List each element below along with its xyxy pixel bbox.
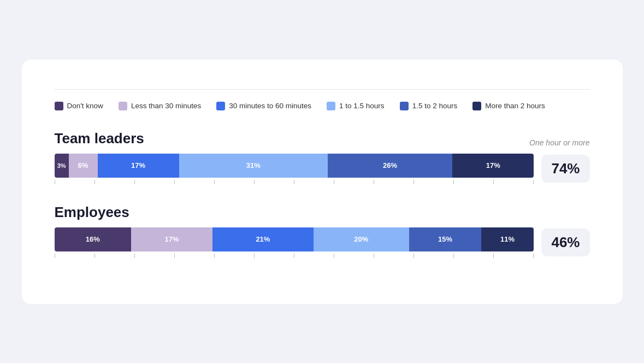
tick-employees-8 xyxy=(374,254,413,258)
legend-item-more-2: More than 2 hours xyxy=(472,102,545,110)
bar-row-team-leaders: 3%6%17%31%26%17%74% xyxy=(55,154,590,184)
title-divider xyxy=(55,89,590,90)
legend-swatch-more-2 xyxy=(472,102,481,110)
tick-employees-3 xyxy=(174,254,214,258)
legend-swatch-dont-know xyxy=(55,102,63,110)
legend-label-dont-know: Don't know xyxy=(67,102,103,110)
bar-container-employees: 16%17%21%20%15%11% xyxy=(55,227,534,258)
bar-segment-employees-3: 20% xyxy=(314,227,410,251)
tick-team-leaders-3 xyxy=(174,180,214,184)
bar-segment-employees-0: 16% xyxy=(55,227,131,251)
bar-container-team-leaders: 3%6%17%31%26%17% xyxy=(55,154,534,184)
tick-employees-0 xyxy=(55,254,94,258)
legend-label-1.5-2: 1.5 to 2 hours xyxy=(412,102,458,110)
tick-team-leaders-2 xyxy=(134,180,174,184)
legend-label-1-1.5: 1 to 1.5 hours xyxy=(339,102,385,110)
summary-badge-employees: 46% xyxy=(541,229,589,256)
main-card: Don't know Less than 30 minutes 30 minut… xyxy=(22,60,623,304)
tick-team-leaders-4 xyxy=(214,180,254,184)
section-title-employees: Employees xyxy=(55,204,129,221)
legend-swatch-30-60 xyxy=(216,102,225,110)
bar-segment-employees-1: 17% xyxy=(131,227,212,251)
tick-team-leaders-8 xyxy=(374,180,413,184)
legend: Don't know Less than 30 minutes 30 minut… xyxy=(55,102,590,110)
tick-employees-1 xyxy=(94,254,134,258)
tick-employees-11 xyxy=(493,254,534,258)
bar-segment-team-leaders-0: 3% xyxy=(55,154,69,178)
bar-row-employees: 16%17%21%20%15%11%46% xyxy=(55,227,590,258)
tick-employees-9 xyxy=(413,254,453,258)
tick-team-leaders-10 xyxy=(453,180,493,184)
tick-employees-4 xyxy=(214,254,254,258)
bar-segment-employees-4: 15% xyxy=(409,227,481,251)
tick-team-leaders-5 xyxy=(254,180,294,184)
section-note-team-leaders: One hour or more xyxy=(529,138,590,147)
tick-employees-2 xyxy=(134,254,174,258)
bar-team-leaders: 3%6%17%31%26%17% xyxy=(55,154,534,178)
tick-team-leaders-6 xyxy=(294,180,334,184)
section-employees: Employees16%17%21%20%15%11%46% xyxy=(55,204,590,258)
bar-segment-employees-2: 21% xyxy=(212,227,313,251)
tick-employees-7 xyxy=(334,254,374,258)
bar-employees: 16%17%21%20%15%11% xyxy=(55,227,534,251)
tick-team-leaders-11 xyxy=(493,180,534,184)
legend-swatch-1-1.5 xyxy=(327,102,335,110)
tick-team-leaders-0 xyxy=(55,180,94,184)
tick-team-leaders-9 xyxy=(413,180,453,184)
bar-segment-team-leaders-4: 26% xyxy=(328,154,452,178)
summary-badge-team-leaders: 74% xyxy=(541,155,589,183)
section-team-leaders: Team leadersOne hour or more3%6%17%31%26… xyxy=(55,130,590,184)
section-header-employees: Employees xyxy=(55,204,590,221)
legend-item-less-30: Less than 30 minutes xyxy=(119,102,201,110)
legend-swatch-1.5-2 xyxy=(400,102,409,110)
legend-swatch-less-30 xyxy=(119,102,127,110)
bar-segment-team-leaders-3: 31% xyxy=(179,154,328,178)
tick-team-leaders-1 xyxy=(94,180,134,184)
tick-employees-10 xyxy=(453,254,493,258)
legend-item-1.5-2: 1.5 to 2 hours xyxy=(400,102,458,110)
legend-item-1-1.5: 1 to 1.5 hours xyxy=(327,102,385,110)
legend-label-more-2: More than 2 hours xyxy=(485,102,545,110)
section-title-team-leaders: Team leaders xyxy=(55,130,144,147)
section-header-team-leaders: Team leadersOne hour or more xyxy=(55,130,590,147)
legend-item-dont-know: Don't know xyxy=(55,102,103,110)
tick-team-leaders-7 xyxy=(334,180,374,184)
tick-row-employees xyxy=(55,254,534,258)
bar-segment-employees-5: 11% xyxy=(481,227,534,251)
legend-label-less-30: Less than 30 minutes xyxy=(131,102,201,110)
tick-employees-6 xyxy=(294,254,334,258)
tick-employees-5 xyxy=(254,254,294,258)
legend-item-30-60: 30 minutes to 60 minutes xyxy=(216,102,311,110)
bar-segment-team-leaders-1: 6% xyxy=(69,154,98,178)
bar-segment-team-leaders-2: 17% xyxy=(98,154,179,178)
tick-row-team-leaders xyxy=(55,180,534,184)
bar-segment-team-leaders-5: 17% xyxy=(452,154,534,178)
legend-label-30-60: 30 minutes to 60 minutes xyxy=(229,102,311,110)
